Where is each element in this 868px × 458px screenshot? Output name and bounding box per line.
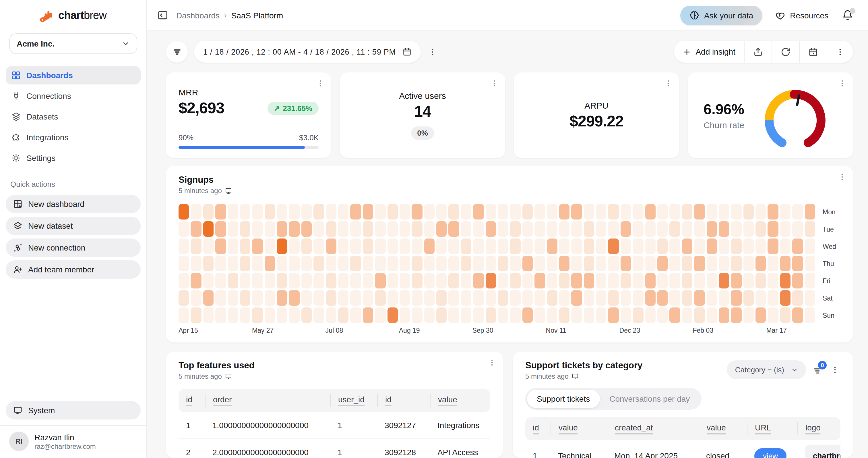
table-cell: 3092128 — [377, 447, 430, 457]
grid-plus-icon — [13, 199, 22, 209]
column-header-created_at[interactable]: created_at — [607, 422, 699, 435]
arpu-card: ARPU $299.22 — [514, 73, 679, 158]
dashboard-filters-button[interactable] — [166, 41, 188, 63]
sidebar-item-connections[interactable]: Connections — [6, 87, 141, 105]
new-dataset-button[interactable]: New dataset — [6, 217, 141, 235]
heatmap-x-label: Nov 11 — [546, 327, 566, 334]
heatmap-cell — [215, 204, 226, 220]
add-insight-button[interactable]: Add insight — [674, 41, 744, 63]
column-header-order[interactable]: order — [205, 394, 330, 407]
heatmap-cell — [768, 221, 778, 237]
ask-your-data-button[interactable]: Ask your data — [681, 5, 763, 25]
heatmap-cell — [743, 221, 754, 237]
share-button[interactable] — [744, 41, 772, 63]
workspace-selector[interactable]: Acme Inc. — [9, 33, 137, 54]
plus-icon — [682, 48, 691, 56]
view-link-button[interactable]: view — [754, 448, 786, 458]
tab-support-tickets[interactable]: Support tickets — [527, 390, 600, 408]
heatmap-cell — [657, 238, 668, 254]
column-header-id[interactable]: id — [377, 394, 430, 407]
card-menu-button[interactable] — [830, 364, 840, 375]
chartbrew-logo[interactable]: chartbrew — [0, 0, 146, 31]
heatmap-cell — [179, 221, 189, 237]
heatmap-cell — [412, 221, 423, 237]
column-header-value[interactable]: value — [430, 394, 490, 407]
heatmap-cell — [645, 273, 656, 288]
sidebar-item-settings[interactable]: Settings — [6, 149, 141, 167]
new-connection-button[interactable]: New connection — [6, 238, 141, 257]
date-range-filter[interactable]: 1 / 18 / 2026 , 12 : 00 AM - 4 / 18 / 20… — [194, 41, 421, 63]
heatmap-cell — [780, 256, 791, 271]
column-header-user_id[interactable]: user_id — [330, 394, 377, 407]
column-header-value[interactable]: value — [699, 422, 747, 435]
heatmap-cell — [363, 308, 373, 323]
heatmap-cell — [277, 273, 287, 288]
column-header-logo[interactable]: logo — [797, 422, 840, 435]
refresh-button[interactable] — [772, 41, 799, 63]
heatmap-cell — [191, 290, 202, 306]
column-header-id[interactable]: id — [525, 423, 551, 434]
unplug-icon — [13, 243, 22, 252]
add-team-member-button[interactable]: Add team member — [6, 260, 141, 279]
heatmap-cell — [498, 256, 508, 271]
heatmap-cell — [400, 238, 410, 254]
heatmap-cell — [657, 273, 668, 288]
heatmap-cell — [179, 204, 189, 220]
heatmap-cell — [706, 308, 717, 323]
quick-action-label: New dashboard — [28, 199, 84, 209]
heatmap-cell — [485, 273, 496, 288]
tab-conversations-per-day[interactable]: Conversations per day — [600, 390, 700, 408]
heatmap-cell — [534, 221, 545, 237]
sidebar-item-dashboards[interactable]: Dashboards — [6, 66, 141, 84]
breadcrumb-dashboards[interactable]: Dashboards — [176, 11, 220, 20]
resources-button[interactable]: Resources — [775, 10, 828, 20]
heatmap-cell — [755, 273, 766, 288]
heatmap-cell — [559, 273, 570, 288]
system-theme-button[interactable]: System — [6, 401, 141, 420]
filter-row: 1 / 18 / 2026 , 12 : 00 AM - 4 / 18 / 20… — [166, 41, 853, 63]
column-header-id[interactable]: id — [179, 395, 205, 406]
heatmap-cell — [301, 273, 312, 288]
sidebar-item-integrations[interactable]: Integrations — [6, 128, 141, 146]
schedule-button[interactable] — [799, 41, 827, 63]
sidebar-item-datasets[interactable]: Datasets — [6, 108, 141, 126]
column-header-value[interactable]: value — [551, 422, 607, 435]
heatmap-cell — [436, 221, 447, 237]
column-header-URL[interactable]: URL — [747, 422, 797, 435]
category-filter-dropdown[interactable]: Category = (is) — [727, 360, 806, 379]
heatmap-cell — [706, 204, 717, 220]
heatmap-cell — [424, 290, 435, 306]
heatmap-cell — [571, 273, 582, 288]
heatmap-cell — [584, 204, 594, 220]
card-menu-button[interactable] — [838, 79, 846, 87]
heatmap-cell — [731, 308, 742, 323]
heatmap-cell — [240, 273, 251, 288]
heatmap-cell — [571, 256, 582, 271]
dashboard-menu-button[interactable] — [827, 41, 853, 63]
mrr-progress-fill — [179, 146, 305, 149]
heatmap-cell — [670, 204, 680, 220]
card-menu-button[interactable] — [838, 173, 846, 181]
card-menu-button[interactable] — [490, 79, 498, 87]
heatmap-x-label: Aug 19 — [399, 327, 420, 334]
share-icon — [753, 47, 763, 57]
chart-filters-button[interactable]: 0 — [813, 364, 823, 376]
heatmap-cell — [313, 238, 324, 254]
user-profile[interactable]: RI Razvan Ilin raz@chartbrew.com — [0, 425, 146, 458]
card-menu-button[interactable] — [488, 359, 496, 367]
date-filter-menu-button[interactable] — [427, 46, 438, 57]
new-dashboard-button[interactable]: New dashboard — [6, 195, 141, 213]
heatmap-cell — [534, 308, 545, 323]
heatmap-day-label: Sat — [823, 290, 840, 306]
sidebar-collapse-button[interactable] — [157, 10, 168, 21]
card-menu-button[interactable] — [664, 79, 672, 87]
heatmap-cell — [719, 308, 730, 323]
heatmap-cell — [338, 256, 349, 271]
heatmap-cell — [191, 204, 202, 220]
heatmap-x-label: Feb 03 — [693, 327, 713, 334]
card-menu-button[interactable] — [316, 79, 324, 87]
heatmap-cell — [228, 273, 238, 288]
notifications-button[interactable] — [842, 10, 853, 21]
heatmap-cell — [657, 308, 668, 323]
heatmap-cell — [448, 221, 459, 237]
